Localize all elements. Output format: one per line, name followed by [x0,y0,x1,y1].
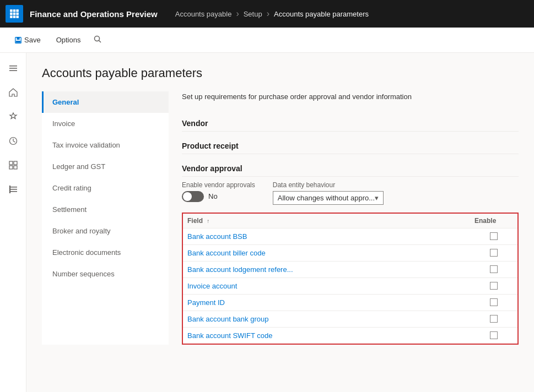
star-icon [8,112,18,122]
toggle-row: No [182,191,255,202]
checkbox-bsb[interactable] [490,232,498,240]
vendor-approval-section: Vendor approval Enable vendor approvals … [182,159,519,345]
options-button[interactable]: Options [51,33,87,47]
col-header-field: Field ↑ [187,217,474,225]
svg-rect-4 [13,13,16,15]
nav-item-invoice[interactable]: Invoice [42,113,169,134]
row-enable-bsb [474,232,513,240]
checkbox-biller[interactable] [490,249,498,257]
nav-item-number-sequences[interactable]: Number sequences [42,263,169,285]
svg-rect-7 [13,15,16,18]
nav-item-credit-rating[interactable]: Credit rating [42,177,169,199]
vendor-approval-header: Vendor approval [182,159,519,177]
save-label: Save [24,36,41,44]
sidebar-favorites[interactable] [2,106,24,128]
vendor-approval-form-row: Enable vendor approvals No Data entity b… [182,181,519,205]
nav-item-electronic[interactable]: Electronic documents [42,242,169,263]
checkbox-payment[interactable] [490,298,498,306]
left-sidebar [0,53,26,392]
data-entity-label: Data entity behaviour [273,181,384,189]
svg-rect-18 [9,161,13,165]
vendor-approval-grid: Field ↑ Enable Bank account BSB Bank acc… [182,213,519,345]
row-field-bank-group[interactable]: Bank account bank group [187,315,474,323]
svg-rect-3 [10,13,13,15]
right-panel: Set up requirements for purchase order a… [169,91,519,345]
select-arrow-icon: ▾ [375,194,379,202]
breadcrumb-parameters: Accounts payable parameters [274,10,369,18]
nav-item-settlement[interactable]: Settlement [42,199,169,220]
breadcrumb-setup[interactable]: Setup [244,10,262,18]
svg-rect-15 [9,68,17,69]
sidebar-recent[interactable] [2,130,24,152]
nav-item-tax-invoice[interactable]: Tax invoice validation [42,134,169,156]
breadcrumb-sep-2: › [267,9,269,19]
checkbox-swift[interactable] [490,331,498,339]
row-enable-swift [474,331,513,339]
svg-line-13 [99,41,101,43]
hamburger-icon [8,63,18,73]
content-layout: General Invoice Tax invoice validation L… [42,91,519,345]
row-field-payment[interactable]: Payment ID [187,298,474,307]
checkbox-invoice[interactable] [490,282,498,290]
row-enable-bank-group [474,315,513,323]
modules-icon [8,184,18,194]
checkbox-lodgement[interactable] [490,265,498,273]
save-button[interactable]: Save [9,33,46,47]
row-field-lodgement[interactable]: Bank account lodgement refere... [187,265,474,274]
table-row: Payment ID [183,295,517,311]
sort-icon[interactable]: ↑ [207,218,209,224]
svg-rect-24 [9,191,17,192]
grid-header: Field ↑ Enable [183,214,517,228]
svg-rect-25 [9,186,10,193]
options-label: Options [56,36,81,44]
home-icon [8,88,18,97]
sidebar-modules[interactable] [2,178,24,200]
data-entity-select[interactable]: Allow changes without appro... ▾ [273,191,384,205]
search-button[interactable] [90,32,105,48]
toggle-knob [183,192,192,201]
data-entity-value: Allow changes without appro... [278,194,375,202]
checkbox-bank-group[interactable] [490,315,498,323]
save-icon [14,36,22,44]
svg-rect-2 [16,9,19,12]
toggle-value: No [208,192,218,200]
nav-item-broker[interactable]: Broker and royalty [42,220,169,242]
enable-approvals-group: Enable vendor approvals No [182,181,255,202]
breadcrumb-sep-1: › [236,9,239,19]
row-field-swift[interactable]: Bank account SWIFT code [187,331,474,340]
app-title: Finance and Operations Preview [30,9,158,19]
svg-rect-14 [9,66,17,67]
svg-rect-8 [16,15,19,18]
row-enable-payment [474,298,513,306]
sidebar-home[interactable] [2,81,24,104]
row-enable-biller [474,249,513,257]
sidebar-hamburger[interactable] [2,57,24,79]
nav-item-ledger[interactable]: Ledger and GST [42,156,169,177]
enable-approvals-toggle[interactable] [182,191,204,202]
svg-rect-21 [14,166,17,169]
svg-rect-10 [17,37,19,39]
svg-rect-23 [9,189,17,190]
row-field-bsb[interactable]: Bank account BSB [187,232,474,241]
svg-rect-6 [10,15,13,18]
table-row: Bank account biller code [183,245,517,262]
sidebar-workspaces[interactable] [2,154,24,176]
row-enable-lodgement [474,265,513,273]
svg-rect-5 [16,13,19,15]
top-bar: Finance and Operations Preview Accounts … [0,0,534,28]
breadcrumb-accounts-payable[interactable]: Accounts payable [175,10,232,18]
clock-icon [8,136,18,146]
app-grid-button[interactable] [6,5,23,23]
vendor-section-header: Vendor [182,113,519,132]
page-title: Accounts payable parameters [42,66,519,80]
breadcrumb: Accounts payable › Setup › Accounts paya… [175,9,369,19]
table-row: Bank account lodgement refere... [183,262,517,278]
nav-item-general[interactable]: General [42,91,169,113]
row-field-biller[interactable]: Bank account biller code [187,249,474,257]
description-text: Set up requirements for purchase order a… [182,91,519,102]
toolbar: Save Options [0,28,534,53]
row-field-invoice[interactable]: Invoice account [187,282,474,290]
data-entity-group: Data entity behaviour Allow changes with… [273,181,384,205]
search-icon [93,35,102,43]
svg-point-12 [95,36,100,41]
